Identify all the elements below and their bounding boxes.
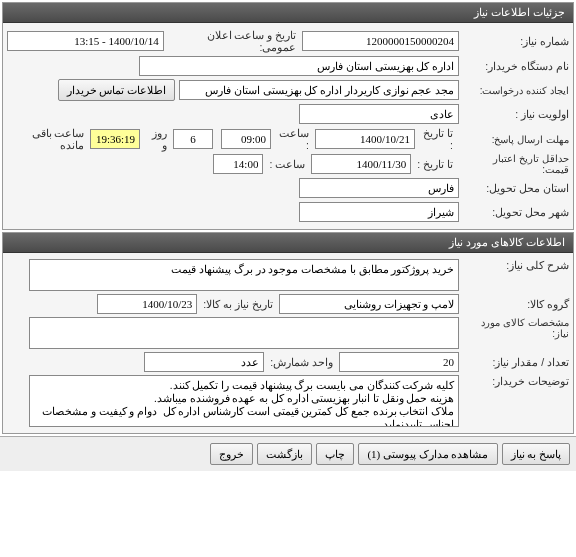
buyer-name-label: نام دستگاه خریدار: <box>459 60 569 72</box>
group-field <box>279 294 459 314</box>
announce-field <box>7 31 164 51</box>
panel2-title: اطلاعات کالاهای مورد نیاز <box>3 233 573 253</box>
view-attachments-button[interactable]: مشاهده مدارک پیوستی (1) <box>358 443 497 465</box>
spec-field <box>29 317 459 349</box>
qty-field <box>339 352 459 372</box>
days-remaining-field <box>173 129 213 149</box>
need-details-panel: جزئیات اطلاعات نیاز شماره نیاز: تاریخ و … <box>2 2 574 230</box>
deadline-time-field <box>221 129 271 149</box>
need-no-label: شماره نیاز: <box>459 35 569 47</box>
days-label: روز و <box>140 127 173 151</box>
deadline-date-field <box>315 129 415 149</box>
goods-info-panel: اطلاعات کالاهای مورد نیاز شرح کلی نیاز: … <box>2 232 574 434</box>
unit-label: واحد شمارش: <box>264 356 339 368</box>
min-valid-time-field <box>213 154 263 174</box>
min-valid-date-field <box>311 154 411 174</box>
notes-field <box>29 375 459 427</box>
notes-label: توضیحات خریدار: <box>459 375 569 387</box>
spec-label: مشخصات کالای مورد نیاز: <box>459 317 569 339</box>
group-label: گروه کالا: <box>459 298 569 310</box>
reply-button[interactable]: پاسخ به نیاز <box>502 443 571 465</box>
footer-bar: پاسخ به نیاز مشاهده مدارک پیوستی (1) چاپ… <box>0 436 576 471</box>
print-button[interactable]: چاپ <box>316 443 354 465</box>
exit-button[interactable]: خروج <box>210 443 253 465</box>
contact-buyer-button[interactable]: اطلاعات تماس خریدار <box>58 79 176 101</box>
need-date-label: تاریخ نیاز به کالا: <box>197 298 279 310</box>
buyer-name-field <box>139 56 459 76</box>
remain-label: ساعت باقی مانده <box>7 127 90 151</box>
panel1-title: جزئیات اطلاعات نیاز <box>3 3 573 23</box>
priority-field <box>299 104 459 124</box>
priority-label: اولویت نیاز : <box>459 108 569 120</box>
province-label: استان محل تحویل: <box>459 182 569 194</box>
creator-field <box>179 80 459 100</box>
need-no-field <box>302 31 459 51</box>
city-label: شهر محل تحویل: <box>459 206 569 218</box>
unit-field <box>144 352 264 372</box>
need-date-field <box>97 294 197 314</box>
min-valid-label: حداقل تاریخ اعتبار قیمت: <box>459 153 569 175</box>
city-field <box>299 202 459 222</box>
desc-label: شرح کلی نیاز: <box>459 259 569 271</box>
back-button[interactable]: بازگشت <box>257 443 312 465</box>
province-field <box>299 178 459 198</box>
desc-field <box>29 259 459 291</box>
time-remaining-field <box>90 129 140 149</box>
creator-label: ایجاد کننده درخواست: <box>459 85 569 96</box>
until-label-1: تا تاریخ : <box>415 127 459 151</box>
announce-label: تاریخ و ساعت اعلان عمومی: <box>164 29 303 53</box>
time-label-2: ساعت : <box>263 158 311 170</box>
deadline-label: مهلت ارسال پاسخ: <box>459 134 569 145</box>
time-label-1: ساعت : <box>271 127 315 151</box>
qty-label: تعداد / مقدار نیاز: <box>459 356 569 368</box>
until-label-2: تا تاریخ : <box>411 158 459 170</box>
